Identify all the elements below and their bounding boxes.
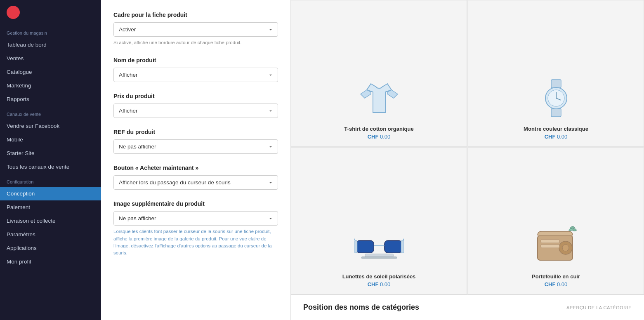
sidebar-item-ventes[interactable]: Ventes [0,52,101,65]
svg-rect-8 [354,240,357,253]
form-section-bouton: Bouton « Acheter maintenant »Afficher lo… [113,165,278,190]
form-section-ref: REF du produitAfficherNe pas afficher [113,129,278,154]
form-section-nom: Nom de produitAfficherNe pas afficher [113,57,278,82]
form-select-cadre[interactable]: ActiverDésactiver [113,22,278,37]
form-label-nom: Nom de produit [113,57,278,64]
price-amount: 0.00 [380,281,390,287]
product-name-tshirt: T-shirt de cotton organique [344,126,413,132]
form-label-ref: REF du produit [113,129,278,135]
logo-icon [7,6,20,19]
form-select-ref[interactable]: AfficherNe pas afficher [113,139,278,154]
main-content: Cadre pour la fiche produitActiverDésact… [101,0,644,320]
sidebar-item-catalogue[interactable]: Catalogue [0,65,101,79]
sidebar-item-starter[interactable]: Starter Site [0,146,101,160]
sidebar-item-applications[interactable]: Applications [0,241,101,255]
form-label-prix: Prix du produit [113,93,278,99]
sidebar-item-conception[interactable]: Conception [0,187,101,200]
sidebar-item-parametres[interactable]: Paramètres [0,228,101,241]
product-image-tshirt [354,75,404,121]
price-label: CHF [368,134,380,140]
svg-rect-1 [551,108,561,117]
product-price-montre: CHF 0.00 [545,134,568,140]
sidebar-item-mobile[interactable]: Mobile [0,133,101,146]
product-card-tshirt: T-shirt de cotton organiqueCHF 0.00 [291,0,467,147]
product-price-tshirt: CHF 0.00 [368,134,391,140]
svg-rect-16 [541,245,559,248]
svg-rect-10 [365,254,393,257]
sidebar-item-tableau[interactable]: Tableau de bord [0,38,101,52]
product-image-lunettes [354,223,404,268]
product-card-lunettes: Lunettes de soleil polariséesCHF 0.00 [291,148,467,294]
sidebar-section-label: Configuration [0,174,101,187]
form-section-prix: Prix du produitAfficherNe pas afficher [113,93,278,118]
bottom-section-title: Position des noms de catégories [303,303,419,312]
svg-rect-6 [356,240,374,253]
product-card-montre: Montre couleur classiqueCHF 0.00 [468,0,644,147]
product-name-portefeuille: Portefeuille en cuir [532,273,580,280]
product-image-montre [531,75,581,121]
form-select-prix[interactable]: AfficherNe pas afficher [113,104,278,118]
sidebar-item-facebook[interactable]: Vendre sur Facebook [0,119,101,133]
svg-rect-9 [401,240,404,253]
sidebar-item-canaux[interactable]: Tous les canaux de vente [0,160,101,174]
form-label-image: Image supplémentaire du produit [113,200,278,207]
form-hint-image: Lorsque les clients font passer le curse… [113,228,278,256]
sidebar-item-rapports[interactable]: Rapports [0,92,101,106]
svg-rect-0 [551,80,561,88]
form-section-cadre: Cadre pour la fiche produitActiverDésact… [113,12,278,46]
price-amount: 0.00 [557,281,567,287]
form-section-image: Image supplémentaire du produitAfficherN… [113,200,278,256]
form-label-bouton: Bouton « Acheter maintenant » [113,165,278,171]
form-hint-cadre: Si activé, affiche une bordure autour de… [113,39,278,46]
price-label: CHF [545,281,557,287]
preview-label: APERÇU DE LA CATÉGORIE [566,305,632,310]
price-label: CHF [368,281,380,287]
form-label-cadre: Cadre pour la fiche produit [113,12,278,18]
form-select-bouton[interactable]: Afficher lors du passage du curseur de s… [113,175,278,190]
sidebar-logo [0,0,101,25]
sidebar: Gestion du magasinTableau de bordVentesC… [0,0,101,320]
form-panel: Cadre pour la fiche produitActiverDésact… [101,0,291,320]
product-card-portefeuille: Portefeuille en cuirCHF 0.00 [468,148,644,294]
price-amount: 0.00 [557,134,567,140]
product-price-lunettes: CHF 0.00 [368,281,391,287]
form-select-image[interactable]: AfficherNe pas afficher [113,211,278,226]
sidebar-section-label: Gestion du magasin [0,25,101,38]
product-grid: T-shirt de cotton organiqueCHF 0.00 Mont… [291,0,644,294]
sidebar-item-marketing[interactable]: Marketing [0,79,101,92]
sidebar-item-paiement[interactable]: Paiement [0,200,101,214]
svg-rect-15 [541,240,559,243]
svg-rect-11 [361,257,397,259]
price-label: CHF [545,134,557,140]
svg-rect-7 [384,240,402,253]
price-amount: 0.00 [380,134,390,140]
preview-panel: T-shirt de cotton organiqueCHF 0.00 Mont… [291,0,644,320]
sidebar-section-label: Canaux de vente [0,106,101,119]
svg-point-14 [562,245,569,251]
form-select-nom[interactable]: AfficherNe pas afficher [113,68,278,82]
product-price-portefeuille: CHF 0.00 [545,281,568,287]
sidebar-item-livraison[interactable]: Livraison et collecte [0,214,101,228]
product-name-montre: Montre couleur classique [524,126,588,132]
product-name-lunettes: Lunettes de soleil polarisées [342,273,416,280]
sidebar-item-profil[interactable]: Mon profil [0,255,101,268]
product-image-portefeuille [531,223,581,268]
